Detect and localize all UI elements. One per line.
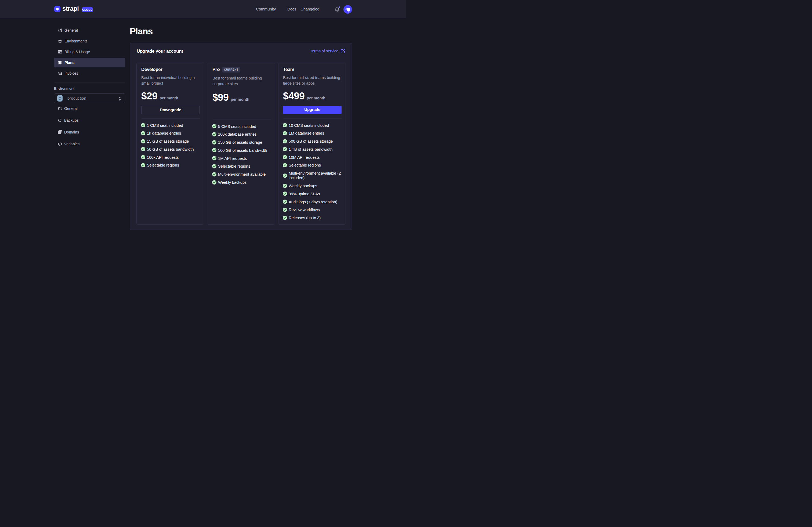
svg-text:$: $	[58, 71, 59, 74]
